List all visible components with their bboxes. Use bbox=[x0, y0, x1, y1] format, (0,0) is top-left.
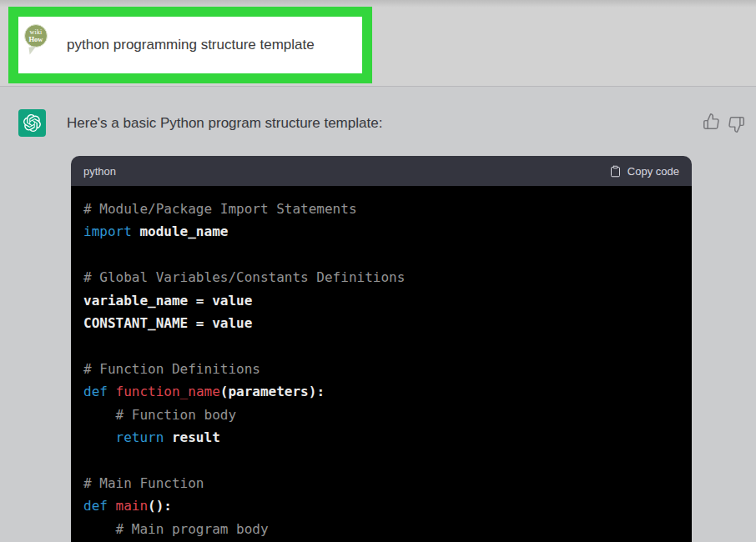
chat-page: wiki How python programming structure te… bbox=[0, 0, 756, 542]
code-token bbox=[108, 498, 116, 514]
code-token: # Function Definitions bbox=[83, 361, 260, 377]
copy-code-label: Copy code bbox=[627, 165, 679, 178]
code-block: python Copy code # Module/Package Import… bbox=[71, 156, 692, 542]
code-line bbox=[83, 449, 679, 471]
code-token: def bbox=[83, 498, 108, 514]
speech-bubble-tail bbox=[28, 46, 37, 54]
thumbs-up-button[interactable] bbox=[703, 113, 720, 130]
code-line: # Function Definitions bbox=[83, 358, 679, 380]
code-line: return result bbox=[83, 426, 679, 449]
openai-logo-icon bbox=[23, 114, 41, 132]
code-line bbox=[83, 334, 679, 357]
code-token: variable_name = value bbox=[83, 293, 252, 309]
code-token: result bbox=[164, 429, 219, 445]
assistant-message-text: Here's a basic Python program structure … bbox=[67, 115, 382, 132]
user-message-text: python programming structure template bbox=[67, 37, 315, 53]
code-line bbox=[83, 243, 679, 266]
thumbs-down-icon bbox=[728, 116, 745, 133]
copy-code-button[interactable]: Copy code bbox=[609, 164, 679, 178]
wikihow-avatar: wiki How bbox=[24, 24, 49, 54]
code-line: CONSTANT_NAME = value bbox=[83, 312, 679, 334]
code-token: # Main Function bbox=[83, 475, 204, 491]
code-line: def function_name(parameters): bbox=[83, 380, 679, 403]
code-line: variable_name = value bbox=[83, 289, 679, 312]
code-block-header: python Copy code bbox=[71, 156, 692, 186]
user-message-row: wiki How python programming structure te… bbox=[0, 0, 756, 87]
code-token: function_name bbox=[116, 384, 220, 399]
code-content: # Module/Package Import Statementsimport… bbox=[71, 186, 692, 542]
code-token: # Module/Package Import Statements bbox=[83, 201, 357, 217]
code-token: module_name bbox=[132, 223, 229, 239]
wikihow-logo-icon: wiki How bbox=[24, 24, 48, 48]
code-token: import bbox=[83, 223, 132, 239]
code-token: CONSTANT_NAME = value bbox=[83, 315, 252, 331]
code-line: # Main Function bbox=[83, 472, 679, 494]
code-token: def bbox=[83, 384, 108, 399]
code-token: return bbox=[116, 429, 164, 445]
code-token: # Global Variables/Constants Definitions bbox=[83, 269, 405, 285]
code-token: (parameters): bbox=[220, 384, 325, 399]
code-token: # Main program body bbox=[83, 521, 269, 537]
code-token: (): bbox=[148, 498, 172, 514]
clipboard-icon bbox=[609, 164, 622, 178]
code-line: # Function body bbox=[83, 404, 679, 426]
user-message-card: wiki How python programming structure te… bbox=[18, 17, 362, 73]
chatgpt-avatar bbox=[18, 109, 46, 137]
thumbs-up-icon bbox=[703, 113, 720, 130]
code-token bbox=[83, 429, 116, 445]
highlight-box: wiki How python programming structure te… bbox=[8, 7, 372, 83]
code-token bbox=[108, 384, 116, 399]
code-line: import module_name bbox=[83, 220, 679, 243]
code-line: def main(): bbox=[83, 494, 679, 517]
wikihow-logo-text: How bbox=[29, 36, 43, 43]
thumbs-down-button[interactable] bbox=[728, 116, 745, 133]
code-token: # Function body bbox=[83, 407, 236, 423]
code-language-label: python bbox=[83, 165, 116, 178]
code-line: # Global Variables/Constants Definitions bbox=[83, 266, 679, 289]
code-line: # Module/Package Import Statements bbox=[83, 198, 679, 220]
code-line: # Main program body bbox=[83, 518, 679, 540]
code-token: main bbox=[116, 498, 149, 514]
